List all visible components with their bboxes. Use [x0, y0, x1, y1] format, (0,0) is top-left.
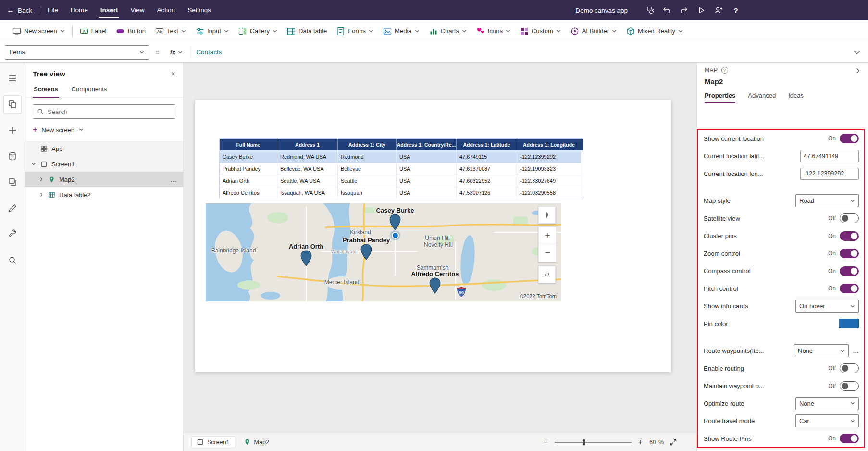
ribbon-forms[interactable]: Forms	[332, 20, 378, 42]
maintain-waypoint-o-toggle[interactable]	[840, 381, 859, 391]
ribbon-label[interactable]: ALabel	[75, 20, 112, 42]
zoom-slider[interactable]	[555, 439, 632, 446]
tree-item-map2[interactable]: Map2…	[25, 172, 183, 187]
ribbon-data-table[interactable]: Data table	[282, 20, 332, 42]
more-options-ellipsis[interactable]: …	[853, 347, 859, 354]
tree-item-screen1[interactable]: Screen1	[25, 156, 183, 172]
tree-item-app[interactable]: App	[25, 141, 183, 156]
share-icon[interactable]	[710, 2, 727, 18]
map-style-dropdown[interactable]: Road	[795, 194, 859, 207]
show-info-cards-dropdown[interactable]: On hover	[795, 300, 859, 313]
tools-icon[interactable]	[3, 225, 22, 243]
pin-color-swatch[interactable]	[839, 319, 859, 328]
status-control-item[interactable]: Map2	[244, 438, 269, 446]
collapse-panel-icon[interactable]	[855, 67, 861, 75]
tab-screens[interactable]: Screens	[33, 82, 59, 97]
formula-input[interactable]: Contacts	[196, 49, 846, 56]
zoom-control-toggle[interactable]	[840, 249, 859, 258]
ribbon-custom[interactable]: Custom	[515, 20, 566, 42]
ribbon-gallery[interactable]: Gallery	[234, 20, 282, 42]
back-button[interactable]: ← Back	[0, 6, 39, 14]
property-selector[interactable]: Items	[5, 45, 149, 60]
ribbon-item-label: Button	[127, 27, 146, 35]
redo-icon[interactable]	[676, 2, 692, 18]
undo-icon[interactable]	[658, 2, 675, 18]
current-location-lon-input[interactable]	[800, 168, 859, 180]
ribbon-input[interactable]: Input	[191, 20, 234, 42]
formula-expand-button[interactable]	[846, 42, 868, 63]
search-input[interactable]	[48, 108, 171, 115]
route-travel-mode-dropdown[interactable]: Car	[795, 414, 859, 427]
tree-view-icon[interactable]	[3, 95, 22, 113]
ribbon-item-label: New screen	[24, 27, 57, 35]
ribbon-text[interactable]: AbText	[150, 20, 191, 42]
map-pin[interactable]	[300, 250, 312, 266]
current-location-latit-input[interactable]	[800, 150, 859, 162]
map-pin[interactable]	[360, 244, 372, 260]
chevron-right-icon[interactable]	[38, 177, 44, 182]
prop-control: Car	[795, 414, 859, 427]
app-map[interactable]: ©2022 TomTom KirklandUnion Hill-Novelty …	[206, 203, 561, 301]
toggle-state-label: On	[828, 233, 836, 239]
fit-to-window-icon[interactable]	[670, 438, 677, 446]
more-button[interactable]: …	[170, 176, 177, 183]
map-zoom-out-button[interactable]: −	[539, 244, 556, 262]
ribbon-ai-builder[interactable]: AI Builder	[566, 20, 621, 42]
search-icon[interactable]	[3, 251, 22, 269]
zoom-slider-thumb[interactable]	[583, 439, 585, 445]
cluster-pins-toggle[interactable]	[840, 231, 859, 241]
ribbon-charts[interactable]: Charts	[424, 20, 471, 42]
app-data-table[interactable]: Full NameAddress 1Address 1: CityAddress…	[219, 138, 583, 199]
chevron-right-icon[interactable]	[38, 192, 44, 197]
app-canvas[interactable]: Full NameAddress 1Address 1: CityAddress…	[195, 100, 671, 372]
satellite-view-toggle[interactable]	[840, 213, 859, 223]
advanced-tools-icon[interactable]	[3, 199, 22, 217]
menu-icon[interactable]	[3, 69, 22, 88]
data-icon[interactable]	[3, 147, 22, 165]
help-icon[interactable]: ?	[721, 67, 728, 74]
tab-properties[interactable]: Properties	[705, 92, 735, 103]
menu-home[interactable]: Home	[64, 0, 94, 20]
new-screen-button[interactable]: + New screen	[25, 121, 183, 140]
fx-selector[interactable]: fx	[166, 49, 187, 56]
media-icon[interactable]	[3, 173, 22, 191]
menu-view[interactable]: View	[124, 0, 151, 20]
help-icon[interactable]: ?	[728, 2, 744, 18]
locate-button[interactable]	[538, 206, 556, 224]
play-icon[interactable]	[693, 2, 709, 18]
prop-label: Satellite view	[704, 215, 828, 222]
ribbon-mixed-reality[interactable]: Mixed Reality	[621, 20, 688, 42]
zoom-in-button[interactable]: +	[637, 438, 644, 447]
chevron-down-icon[interactable]	[31, 162, 37, 166]
tab-components[interactable]: Components	[71, 82, 108, 97]
tab-ideas[interactable]: Ideas	[788, 92, 804, 103]
ribbon-new-screen[interactable]: New screen	[8, 20, 70, 42]
pitch-button[interactable]	[538, 266, 556, 283]
show-current-location-toggle[interactable]	[840, 134, 859, 143]
tab-advanced[interactable]: Advanced	[748, 92, 776, 103]
status-bar: Screen1 Map2 − + 60 %	[184, 433, 696, 451]
ribbon-icons[interactable]: Icons	[471, 20, 515, 42]
app-checker-icon[interactable]	[641, 2, 657, 18]
menu-settings[interactable]: Settings	[181, 0, 217, 20]
zoom-out-button[interactable]: −	[542, 438, 548, 447]
menu-insert[interactable]: Insert	[94, 0, 124, 20]
ribbon-button[interactable]: Button	[111, 20, 150, 42]
enable-routing-toggle[interactable]	[840, 363, 859, 373]
optimize-route-dropdown[interactable]: None	[795, 397, 859, 410]
menu-file[interactable]: File	[41, 0, 64, 20]
route-waypoints-ite-dropdown[interactable]: None	[794, 344, 849, 357]
tree-item-label: DataTable2	[59, 191, 91, 199]
map-pin[interactable]	[389, 214, 401, 230]
show-route-pins-toggle[interactable]	[840, 434, 859, 443]
close-icon[interactable]: ×	[171, 70, 175, 78]
insert-icon[interactable]	[3, 121, 22, 139]
status-screen-item[interactable]: Screen1	[191, 436, 235, 448]
tree-item-datatable2[interactable]: DataTable2	[25, 187, 183, 202]
menu-action[interactable]: Action	[151, 0, 182, 20]
pitch-control-toggle[interactable]	[840, 284, 859, 293]
compass-control-toggle[interactable]	[840, 266, 859, 276]
map-pin[interactable]	[429, 277, 441, 294]
ribbon-media[interactable]: Media	[378, 20, 424, 42]
map-zoom-in-button[interactable]: +	[539, 227, 556, 244]
